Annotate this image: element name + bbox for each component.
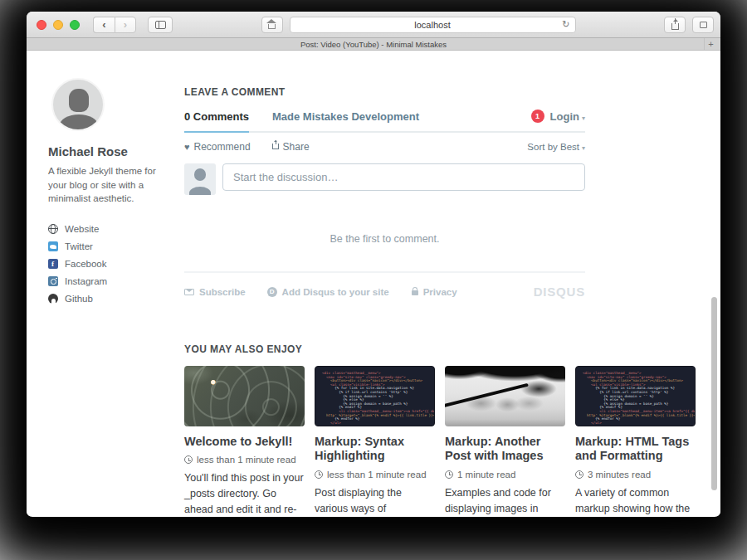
- post-thumbnail[interactable]: [184, 366, 305, 426]
- privacy-label: Privacy: [423, 287, 457, 297]
- post-excerpt: You'll find this post in your _posts dir…: [184, 470, 305, 517]
- new-tab-button[interactable]: [704, 38, 717, 50]
- login-control[interactable]: 1 Login: [531, 110, 585, 123]
- minimize-window-button[interactable]: [53, 20, 63, 30]
- clock-icon: [315, 470, 323, 479]
- add-disqus-label: Add Disqus to your site: [282, 287, 389, 297]
- zoom-window-button[interactable]: [70, 20, 80, 30]
- page-scrollbar[interactable]: [711, 297, 717, 490]
- main-column: LEAVE A COMMENT 0 Comments Made Mistakes…: [184, 51, 696, 516]
- traffic-lights: [37, 20, 80, 30]
- post-thumbnail[interactable]: <div class="masthead__menu"> <nav id="si…: [575, 366, 696, 426]
- notification-badge: 1: [531, 110, 544, 123]
- sort-dropdown[interactable]: Sort by Best: [527, 142, 585, 152]
- tab-comments-count[interactable]: 0 Comments: [184, 110, 249, 123]
- history-nav: [93, 17, 136, 33]
- related-card: Markup: Another Post with Images1 minute…: [445, 366, 565, 517]
- author-links: WebsiteTwitterFacebookInstagramGithub: [48, 224, 174, 304]
- author-link-label: Website: [65, 224, 99, 234]
- author-link-github[interactable]: Github: [48, 294, 174, 304]
- forward-icon: [124, 19, 127, 30]
- back-button[interactable]: [93, 17, 115, 33]
- comments-title: LEAVE A COMMENT: [184, 86, 585, 98]
- post-excerpt: Examples and code for displaying images …: [445, 485, 565, 517]
- read-time: 1 minute read: [445, 470, 565, 480]
- comments-section: LEAVE A COMMENT 0 Comments Made Mistakes…: [184, 86, 585, 299]
- tabs-icon: [700, 22, 707, 28]
- active-tab[interactable]: Post: Video (YouTube) - Minimal Mistakes: [300, 40, 447, 49]
- globe-icon: [48, 224, 58, 234]
- tab-community[interactable]: Made Mistakes Development: [272, 110, 419, 123]
- comment-compose: [184, 163, 585, 195]
- disqus-actions: Recommend Share Sort by Best: [184, 141, 585, 153]
- clock-icon: [575, 470, 583, 479]
- page-content: Michael Rose A flexible Jekyll theme for…: [27, 51, 720, 516]
- comment-input[interactable]: [222, 163, 585, 191]
- post-thumbnail[interactable]: [445, 366, 565, 426]
- guest-avatar: [184, 163, 216, 195]
- author-link-website[interactable]: Website: [48, 224, 174, 234]
- disqus-footer: Subscribe D Add Disqus to your site Priv…: [184, 285, 585, 299]
- browser-toolbar: localhost: [27, 12, 720, 38]
- author-sidebar: Michael Rose A flexible Jekyll theme for…: [48, 51, 174, 516]
- author-link-label: Twitter: [65, 241, 93, 251]
- close-window-button[interactable]: [37, 20, 46, 30]
- author-link-instagram[interactable]: Instagram: [48, 276, 174, 286]
- related-card: <div class="masthead__menu"> <nav id="si…: [575, 366, 696, 517]
- disqus-logo[interactable]: DISQUS: [534, 285, 585, 299]
- clock-icon: [184, 455, 193, 464]
- read-time: 3 minutes read: [575, 470, 696, 480]
- post-title-link[interactable]: Markup: Another Post with Images: [445, 435, 565, 464]
- reload-icon[interactable]: [562, 19, 569, 30]
- github-icon: [48, 294, 58, 304]
- home-button[interactable]: [261, 17, 283, 33]
- read-time-label: 3 minutes read: [588, 470, 651, 480]
- home-icon: [268, 24, 276, 29]
- add-disqus-link[interactable]: D Add Disqus to your site: [267, 287, 389, 297]
- recommend-button[interactable]: Recommend: [194, 141, 251, 153]
- lock-icon: [412, 290, 418, 295]
- forward-button[interactable]: [115, 17, 136, 33]
- author-link-facebook[interactable]: Facebook: [48, 259, 174, 269]
- mail-icon: [184, 289, 194, 295]
- subscribe-label: Subscribe: [199, 287, 246, 297]
- tab-bar: Post: Video (YouTube) - Minimal Mistakes: [27, 38, 720, 51]
- post-title-link[interactable]: Markup: Syntax Highlighting: [315, 435, 435, 464]
- share-thread-button[interactable]: Share: [272, 141, 310, 153]
- share-icon: [671, 23, 679, 30]
- read-time: less than 1 minute read: [184, 455, 305, 465]
- post-thumbnail[interactable]: <div class="masthead__menu"> <nav id="si…: [315, 366, 435, 426]
- back-icon: [102, 19, 105, 30]
- read-time-label: less than 1 minute read: [197, 455, 296, 465]
- author-link-label: Facebook: [65, 259, 107, 269]
- related-posts-section: YOU MAY ALSO ENJOY Welcome to Jekyll!les…: [184, 343, 696, 517]
- browser-window: localhost Post: Video (YouTube) - Minima…: [27, 12, 720, 517]
- share-button[interactable]: [664, 17, 686, 33]
- url-text: localhost: [414, 20, 450, 30]
- address-bar[interactable]: localhost: [290, 17, 576, 33]
- empty-state-text: Be the first to comment.: [184, 233, 585, 245]
- disqus-header: 0 Comments Made Mistakes Development 1 L…: [184, 110, 585, 133]
- related-cards: Welcome to Jekyll!less than 1 minute rea…: [184, 366, 696, 517]
- facebook-icon: [48, 259, 58, 269]
- sidebar-toggle-button[interactable]: [148, 17, 173, 33]
- tab-overview-button[interactable]: [692, 17, 714, 33]
- post-title-link[interactable]: Markup: HTML Tags and Formatting: [575, 435, 696, 464]
- share-thread-label: Share: [283, 141, 310, 153]
- related-card: <div class="masthead__menu"> <nav id="si…: [315, 366, 435, 517]
- privacy-link[interactable]: Privacy: [411, 287, 457, 297]
- author-avatar: [51, 78, 105, 131]
- code-screenshot-text: <div class="masthead__menu"> <nav id="si…: [315, 367, 434, 425]
- divider: [184, 271, 585, 273]
- twitter-icon: [48, 241, 58, 251]
- related-title: YOU MAY ALSO ENJOY: [184, 343, 696, 355]
- sidebar-icon: [155, 21, 166, 29]
- author-link-twitter[interactable]: Twitter: [48, 241, 174, 251]
- post-excerpt: Post displaying the various ways of high…: [315, 485, 435, 517]
- subscribe-link[interactable]: Subscribe: [184, 287, 246, 297]
- post-title-link[interactable]: Welcome to Jekyll!: [184, 435, 305, 449]
- author-bio: A flexible Jekyll theme for your blog or…: [48, 164, 174, 206]
- author-link-label: Github: [65, 294, 93, 304]
- login-button[interactable]: Login: [550, 110, 585, 123]
- read-time-label: 1 minute read: [457, 470, 515, 480]
